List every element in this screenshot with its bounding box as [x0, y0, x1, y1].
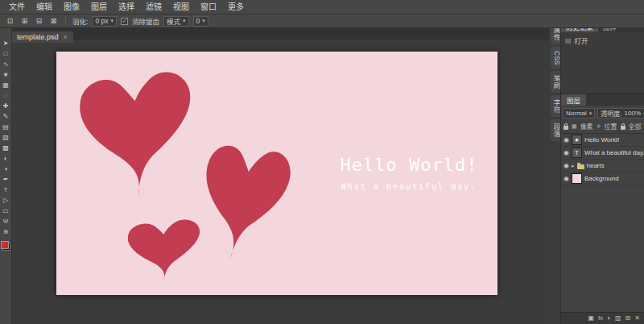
chevron-down-icon: ▾: [110, 18, 114, 24]
ratio-input[interactable]: 0 ▾: [193, 16, 208, 27]
expand-triangle-icon[interactable]: ▸: [572, 163, 575, 169]
mode-dropdown[interactable]: 模式 ▾: [163, 16, 189, 27]
layer-thumbnail-text: T: [572, 147, 582, 158]
layers-panel-tabs: 图层: [561, 94, 644, 106]
dodge-tool[interactable]: ◑: [1, 164, 11, 174]
menu-more[interactable]: 更多: [222, 0, 250, 14]
visibility-eye-icon[interactable]: ◉: [564, 175, 569, 182]
lock-all-button[interactable]: 全部: [629, 122, 642, 131]
move-tool[interactable]: ➤: [1, 38, 11, 48]
lock-pixels-button[interactable]: 像素: [580, 122, 593, 131]
feather-input[interactable]: 0 px ▾: [92, 16, 117, 27]
layer-thumbnail-color: [572, 173, 582, 184]
layer-row-hearts-group[interactable]: ◉ ▸ hearts: [561, 160, 644, 172]
history-item-label: 打开: [575, 35, 588, 45]
adjustments-icon[interactable]: ◐: [607, 315, 611, 322]
lock-position-icon: ✛: [597, 123, 601, 130]
tab-layers[interactable]: 图层: [561, 94, 586, 106]
workspace: Hello World! What a beautiful day.: [11, 39, 549, 324]
new-folder-icon[interactable]: ▥: [615, 315, 621, 322]
menu-bar: 文件 编辑 图像 图层 选择 滤镜 视图 窗口 更多: [0, 0, 644, 15]
delete-layer-icon[interactable]: ✕: [634, 315, 640, 322]
healing-tool[interactable]: ✚: [1, 101, 11, 111]
lock-icon: [564, 126, 568, 130]
close-icon[interactable]: ×: [64, 33, 68, 41]
add-mask-icon[interactable]: ▣: [588, 315, 594, 322]
visibility-eye-icon[interactable]: ◉: [564, 162, 569, 169]
chevron-down-icon: ▾: [202, 18, 205, 24]
eraser-tool[interactable]: ▧: [1, 132, 11, 143]
layer-row-background[interactable]: ◉ Background: [561, 172, 644, 185]
menu-select[interactable]: 选择: [113, 0, 140, 14]
document-canvas[interactable]: Hello World! What a beautiful day.: [56, 52, 497, 295]
visibility-eye-icon[interactable]: ◉: [564, 149, 569, 156]
right-panel: 历史记录 图样 ▤ 打开 图层 Normal ▾ 透明度: 100% ▾ ▦ 像…: [560, 20, 644, 324]
feather-value: 0 px: [95, 17, 108, 25]
lock-pixels-icon: ▦: [572, 123, 577, 130]
layer-thumbnail-star: ★: [572, 135, 582, 145]
opacity-value: 100%: [625, 110, 641, 117]
eyedropper-tool[interactable]: ◌: [1, 90, 11, 101]
menu-edit[interactable]: 编辑: [31, 0, 58, 14]
layer-name: What a beautiful day.: [584, 149, 644, 156]
toolbox: ➤ □ ∿ ★ ▦ ◌ ✚ ✎ ▤ ▧ ▩ ◐ ◑ ✒ T ▷ ▭ Ψ ⊕: [0, 28, 12, 324]
pen-tool[interactable]: ✒: [1, 174, 11, 185]
menu-filter[interactable]: 滤镜: [140, 0, 167, 14]
collapsed-panel-strip: 属性 CSS 笔刷 字符 段落: [549, 20, 561, 324]
folder-icon: [577, 164, 584, 169]
canvas-text-block: Hello World! What a beautiful day.: [332, 155, 486, 191]
blend-mode-dropdown[interactable]: Normal ▾: [563, 108, 595, 118]
lock-controls: ▦ 像素 ✛ 位置 全部: [561, 120, 644, 134]
selection-add-icon[interactable]: ⊞: [19, 16, 30, 26]
color-swatches: [1, 241, 10, 251]
brush-tool[interactable]: ✎: [1, 111, 11, 122]
shape-tool[interactable]: ▭: [1, 206, 11, 216]
layer-fx-icon[interactable]: fx: [598, 315, 603, 322]
canvas-title-text: Hello World!: [332, 155, 486, 175]
clone-stamp-tool[interactable]: ▤: [1, 122, 11, 132]
blur-tool[interactable]: ◐: [1, 153, 11, 164]
text-tool[interactable]: T: [1, 185, 11, 195]
zoom-tool[interactable]: ⊕: [1, 226, 11, 237]
marquee-tool[interactable]: □: [1, 48, 11, 59]
layer-name: hearts: [587, 162, 605, 169]
hand-tool[interactable]: Ψ: [1, 216, 11, 226]
opacity-dropdown[interactable]: 透明度: 100% ▾: [597, 108, 644, 118]
magic-wand-tool[interactable]: ★: [1, 69, 11, 80]
antialias-checkbox[interactable]: ✓: [121, 18, 128, 25]
chevron-down-icon: ▾: [183, 18, 186, 24]
menu-image[interactable]: 图像: [58, 0, 85, 14]
menu-file[interactable]: 文件: [3, 0, 31, 14]
lock-all-icon: [621, 126, 625, 130]
ratio-value: 0: [196, 17, 200, 25]
layer-name: Background: [584, 175, 619, 182]
history-state-icon: ▤: [565, 37, 572, 44]
lasso-tool[interactable]: ∿: [1, 59, 11, 69]
layer-row-hello-world[interactable]: ◉ ★ Hello World!: [561, 134, 644, 147]
selection-intersect-icon[interactable]: ⊠: [48, 16, 59, 26]
path-select-tool[interactable]: ▷: [1, 195, 11, 206]
antialias-label: 消除锯齿: [132, 16, 159, 26]
document-tab[interactable]: template.psd ×: [11, 31, 73, 43]
menu-window[interactable]: 窗口: [195, 0, 222, 14]
history-item-open[interactable]: ▤ 打开: [561, 34, 644, 47]
menu-view[interactable]: 视图: [167, 0, 195, 14]
blend-controls: Normal ▾ 透明度: 100% ▾: [561, 106, 644, 120]
gradient-tool[interactable]: ▩: [1, 143, 11, 153]
foreground-color-swatch[interactable]: [1, 241, 9, 249]
lock-position-button[interactable]: 位置: [605, 122, 617, 131]
crop-tool[interactable]: ▦: [1, 80, 11, 90]
canvas-subtitle-text: What a beautiful day.: [332, 182, 486, 191]
heart-shape-small: [120, 213, 209, 288]
document-tab-title: template.psd: [17, 33, 59, 41]
separator: [65, 17, 66, 26]
layers-panel-footer: ▣ fx ◐ ▥ ⊞ ✕: [561, 312, 644, 324]
selection-subtract-icon[interactable]: ⊟: [34, 16, 44, 26]
visibility-eye-icon[interactable]: ◉: [564, 136, 569, 143]
menu-layer[interactable]: 图层: [85, 0, 113, 14]
new-layer-icon[interactable]: ⊞: [625, 315, 631, 322]
mode-value: 模式: [167, 16, 180, 26]
heart-shape-large: [66, 58, 208, 206]
selection-new-icon[interactable]: ⊡: [5, 16, 15, 26]
layer-row-subtitle[interactable]: ◉ T What a beautiful day.: [561, 147, 644, 160]
